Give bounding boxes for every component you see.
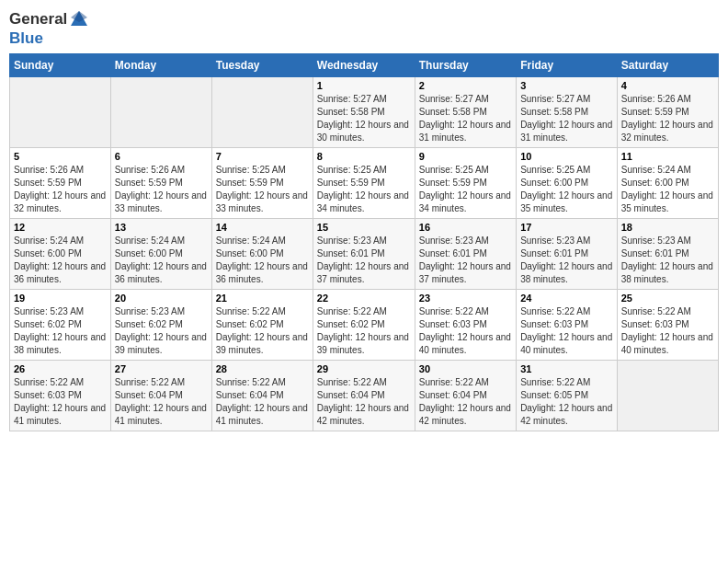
calendar-cell: 19Sunrise: 5:23 AMSunset: 6:02 PMDayligh… [10,290,111,361]
calendar-cell: 13Sunrise: 5:24 AMSunset: 6:00 PMDayligh… [110,219,211,290]
cell-content: Daylight: 12 hours and 38 minutes. [621,260,714,286]
cell-content: Sunset: 5:59 PM [621,106,714,119]
cell-content: Sunrise: 5:24 AM [216,235,309,247]
cell-content: Daylight: 12 hours and 39 minutes. [216,331,309,357]
cell-content: Daylight: 12 hours and 42 minutes. [520,402,613,428]
calendar-cell: 24Sunrise: 5:22 AMSunset: 6:03 PMDayligh… [517,290,618,361]
day-header-monday: Monday [110,54,211,77]
cell-content: Sunrise: 5:23 AM [14,305,107,318]
cell-content: Sunset: 6:04 PM [115,389,208,402]
svg-marker-1 [71,11,87,22]
cell-content: Daylight: 12 hours and 34 minutes. [317,190,411,215]
calendar-cell: 27Sunrise: 5:22 AMSunset: 6:04 PMDayligh… [110,361,211,431]
cell-content: Sunset: 6:01 PM [621,247,714,260]
calendar-week-row: 1Sunrise: 5:27 AMSunset: 5:58 PMDaylight… [10,77,719,148]
cell-content: Sunset: 6:00 PM [520,177,613,190]
cell-content: Sunset: 6:01 PM [317,247,411,260]
calendar-cell [617,361,718,431]
day-number: 13 [115,222,208,233]
cell-content: Daylight: 12 hours and 40 minutes. [621,331,714,357]
calendar-cell: 5Sunrise: 5:26 AMSunset: 5:59 PMDaylight… [10,148,111,219]
cell-content: Sunrise: 5:24 AM [115,235,208,247]
cell-content: Sunset: 6:04 PM [419,389,512,402]
cell-content: Daylight: 12 hours and 33 minutes. [216,190,309,215]
cell-content: Sunset: 5:59 PM [216,177,309,190]
calendar-cell: 8Sunrise: 5:25 AMSunset: 5:59 PMDaylight… [313,148,415,219]
cell-content: Sunrise: 5:23 AM [520,235,613,247]
cell-content: Daylight: 12 hours and 41 minutes. [115,402,208,428]
calendar-cell: 21Sunrise: 5:22 AMSunset: 6:02 PMDayligh… [211,290,313,361]
cell-content: Daylight: 12 hours and 32 minutes. [621,119,714,144]
cell-content: Daylight: 12 hours and 40 minutes. [520,331,613,357]
cell-content: Daylight: 12 hours and 31 minutes. [520,119,613,144]
calendar-cell: 4Sunrise: 5:26 AMSunset: 5:59 PMDaylight… [617,77,718,148]
cell-content: Sunrise: 5:25 AM [520,164,613,177]
calendar-cell: 6Sunrise: 5:26 AMSunset: 5:59 PMDaylight… [110,148,211,219]
cell-content: Sunrise: 5:22 AM [317,305,411,318]
cell-content: Sunrise: 5:26 AM [621,93,714,106]
logo-blue-text: Blue [9,29,43,47]
calendar-cell [10,77,111,148]
calendar-cell: 1Sunrise: 5:27 AMSunset: 5:58 PMDaylight… [313,77,415,148]
cell-content: Sunset: 6:01 PM [520,247,613,260]
cell-content: Daylight: 12 hours and 41 minutes. [216,402,309,428]
logo-icon [69,9,89,29]
day-number: 12 [14,222,107,233]
cell-content: Sunset: 5:59 PM [115,177,208,190]
cell-content: Sunrise: 5:23 AM [115,305,208,318]
cell-content: Sunrise: 5:22 AM [216,376,309,389]
cell-content: Sunset: 5:59 PM [14,177,107,190]
day-number: 25 [621,293,714,304]
cell-content: Sunrise: 5:22 AM [317,376,411,389]
cell-content: Sunset: 5:58 PM [520,106,613,119]
day-number: 5 [14,151,107,162]
day-number: 14 [216,222,309,233]
cell-content: Daylight: 12 hours and 32 minutes. [14,190,107,215]
calendar-cell: 2Sunrise: 5:27 AMSunset: 5:58 PMDaylight… [415,77,516,148]
day-header-wednesday: Wednesday [313,54,415,77]
cell-content: Sunset: 6:00 PM [115,247,208,260]
day-header-friday: Friday [517,54,618,77]
cell-content: Daylight: 12 hours and 36 minutes. [14,260,107,286]
calendar-cell: 23Sunrise: 5:22 AMSunset: 6:03 PMDayligh… [415,290,516,361]
calendar-cell: 14Sunrise: 5:24 AMSunset: 6:00 PMDayligh… [211,219,313,290]
cell-content: Sunset: 5:59 PM [317,177,411,190]
day-number: 6 [115,151,208,162]
calendar-week-row: 5Sunrise: 5:26 AMSunset: 5:59 PMDaylight… [10,148,719,219]
cell-content: Sunrise: 5:27 AM [317,93,411,106]
cell-content: Sunset: 6:03 PM [419,318,512,331]
cell-content: Daylight: 12 hours and 39 minutes. [317,331,411,357]
cell-content: Sunrise: 5:22 AM [621,305,714,318]
calendar-cell: 29Sunrise: 5:22 AMSunset: 6:04 PMDayligh… [313,361,415,431]
day-number: 26 [14,363,107,374]
day-number: 29 [317,363,411,374]
calendar-week-row: 19Sunrise: 5:23 AMSunset: 6:02 PMDayligh… [10,290,719,361]
cell-content: Daylight: 12 hours and 31 minutes. [419,119,512,144]
cell-content: Daylight: 12 hours and 38 minutes. [14,331,107,357]
day-number: 15 [317,222,411,233]
cell-content: Sunrise: 5:25 AM [216,164,309,177]
day-number: 1 [317,80,411,91]
day-number: 30 [419,363,512,374]
calendar-cell: 11Sunrise: 5:24 AMSunset: 6:00 PMDayligh… [617,148,718,219]
day-number: 11 [621,151,714,162]
cell-content: Sunset: 6:05 PM [520,389,613,402]
cell-content: Sunrise: 5:23 AM [621,235,714,247]
calendar-cell: 22Sunrise: 5:22 AMSunset: 6:02 PMDayligh… [313,290,415,361]
calendar-cell: 28Sunrise: 5:22 AMSunset: 6:04 PMDayligh… [211,361,313,431]
cell-content: Sunrise: 5:22 AM [520,376,613,389]
day-header-thursday: Thursday [415,54,516,77]
day-number: 8 [317,151,411,162]
cell-content: Sunset: 6:02 PM [317,318,411,331]
cell-content: Daylight: 12 hours and 42 minutes. [317,402,411,428]
cell-content: Sunrise: 5:22 AM [14,376,107,389]
calendar-week-row: 26Sunrise: 5:22 AMSunset: 6:03 PMDayligh… [10,361,719,431]
calendar-cell: 30Sunrise: 5:22 AMSunset: 6:04 PMDayligh… [415,361,516,431]
calendar-cell: 9Sunrise: 5:25 AMSunset: 5:59 PMDaylight… [415,148,516,219]
day-header-tuesday: Tuesday [211,54,313,77]
day-number: 16 [419,222,512,233]
calendar-cell: 15Sunrise: 5:23 AMSunset: 6:01 PMDayligh… [313,219,415,290]
calendar-cell: 7Sunrise: 5:25 AMSunset: 5:59 PMDaylight… [211,148,313,219]
cell-content: Sunset: 6:02 PM [115,318,208,331]
cell-content: Daylight: 12 hours and 37 minutes. [317,260,411,286]
